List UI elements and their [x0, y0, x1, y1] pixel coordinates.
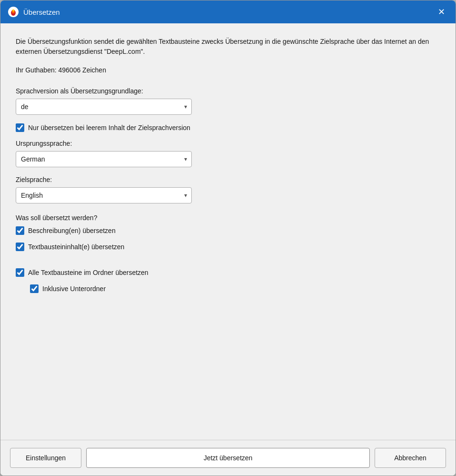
close-button[interactable]: ✕	[435, 5, 448, 19]
title-bar: Übersetzen ✕	[0, 0, 456, 23]
inklusive-unterordner-label[interactable]: Inklusive Unterordner	[42, 285, 106, 293]
what-to-translate-group: Beschreibung(en) übersetzen Textbaustein…	[16, 226, 440, 259]
cancel-button[interactable]: Abbrechen	[375, 448, 446, 468]
description-text: Die Übersetzungsfunktion sendet die gewä…	[16, 37, 440, 57]
app-icon	[8, 7, 19, 17]
zielsprache-select-wrapper: English German French Spanish ▾	[16, 187, 192, 203]
ursprungssprache-select[interactable]: German English French Spanish	[16, 151, 192, 167]
balance-text: Ihr Guthaben: 496006 Zeichen	[16, 66, 440, 74]
ursprungssprache-label: Ursprungssprache:	[16, 140, 440, 147]
beschreibung-checkbox[interactable]	[16, 226, 24, 235]
alle-textbausteine-row: Alle Textbausteine im Ordner übersetzen	[16, 268, 440, 277]
beschreibung-label[interactable]: Beschreibung(en) übersetzen	[28, 227, 116, 234]
dialog-container: Übersetzen ✕ Die Übersetzungsfunktion se…	[0, 0, 456, 476]
dialog-content: Die Übersetzungsfunktion sendet die gewä…	[0, 23, 456, 440]
alle-textbausteine-checkbox[interactable]	[16, 268, 24, 277]
settings-button[interactable]: Einstellungen	[10, 448, 81, 468]
beschreibung-row: Beschreibung(en) übersetzen	[16, 226, 440, 235]
zielsprache-label: Zielsprache:	[16, 176, 440, 183]
textbausteininhalt-label[interactable]: Textbausteininhalt(e) übersetzen	[28, 243, 124, 251]
inklusive-unterordner-checkbox[interactable]	[30, 284, 39, 293]
textbausteininhalt-checkbox[interactable]	[16, 243, 24, 251]
only-translate-empty-checkbox[interactable]	[16, 123, 24, 132]
only-translate-empty-row: Nur übersetzen bei leerem Inhalt der Zie…	[16, 123, 440, 132]
ursprungssprache-select-wrapper: German English French Spanish ▾	[16, 151, 192, 167]
sprachversion-select-wrapper: de en fr es ▾	[16, 99, 192, 115]
zielsprache-select[interactable]: English German French Spanish	[16, 187, 192, 203]
inklusive-unterordner-row: Inklusive Unterordner	[30, 284, 440, 293]
textbausteininhalt-row: Textbausteininhalt(e) übersetzen	[16, 243, 440, 251]
dialog-footer: Einstellungen Jetzt übersetzen Abbrechen	[0, 440, 456, 476]
sprachversion-label: Sprachversion als Übersetzungsgrundlage:	[16, 87, 440, 95]
svg-point-3	[13, 10, 14, 12]
translate-button[interactable]: Jetzt übersetzen	[86, 448, 370, 468]
dialog-title: Übersetzen	[23, 8, 435, 16]
only-translate-empty-label[interactable]: Nur übersetzen bei leerem Inhalt der Zie…	[28, 124, 190, 132]
alle-textbausteine-label[interactable]: Alle Textbausteine im Ordner übersetzen	[28, 269, 149, 276]
sprachversion-select[interactable]: de en fr es	[16, 99, 192, 115]
what-to-translate-label: Was soll übersetzt werden?	[16, 214, 440, 222]
